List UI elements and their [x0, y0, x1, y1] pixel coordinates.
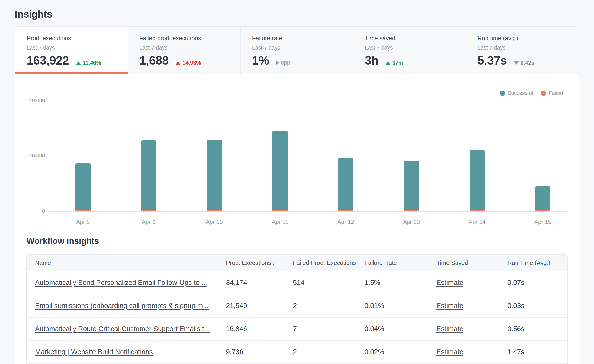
trend-up-icon [176, 61, 180, 65]
column-header-failed-prod-executions[interactable]: Failed Prod. Executions [293, 259, 364, 266]
metric-period: Last 7 days [139, 45, 240, 51]
metric-card-time-saved[interactable]: Time saved Last 7 days 3h 37m [353, 27, 466, 74]
failed-executions-value: 514 [293, 279, 364, 287]
bar-apr-15[interactable] [535, 186, 550, 211]
estimate-link[interactable]: Estimate [436, 279, 463, 286]
legend-item-failed[interactable]: Failed [541, 90, 563, 96]
metric-label: Run time (avg.) [477, 35, 579, 42]
metric-delta: 37m [386, 60, 403, 66]
trend-up-icon [76, 61, 81, 65]
table-header-row: Name Prod. Executions↓ Failed Prod. Exec… [27, 255, 567, 271]
metric-period: Last 7 days [477, 45, 579, 51]
bar-apr-12[interactable] [338, 158, 353, 211]
failed-swatch-icon [541, 91, 546, 96]
bar-failed-segment [141, 210, 156, 211]
active-card-underline [15, 73, 128, 74]
bar-apr-11[interactable] [272, 131, 288, 211]
legend-item-successful[interactable]: Successful [500, 90, 533, 96]
metric-period: Last 7 days [252, 45, 353, 51]
chart-legend: Successful Failed [500, 90, 563, 96]
y-axis-label: 0 [15, 208, 45, 214]
workflow-name-link[interactable]: Automatically Send Personalized Email Fo… [35, 279, 207, 286]
table-row: Marketing | Website Build Notifications … [27, 341, 567, 364]
failure-rate-value: 1.5% [364, 279, 436, 287]
bar-apr-8[interactable] [75, 163, 91, 211]
metric-value: 1,688 [139, 53, 169, 67]
metric-card-failure-rate[interactable]: Failure rate Last 7 days 1% 0pp [241, 27, 353, 74]
y-axis-label: 20,000 [15, 153, 45, 159]
metric-card-failed-prod-executions[interactable]: Failed prod. executions Last 7 days 1,68… [128, 27, 241, 74]
page-title: Insights [15, 9, 594, 20]
prod-executions-value: 16,846 [226, 325, 293, 333]
metric-label: Failed prod. executions [139, 35, 240, 42]
x-axis-label: Apr 13 [392, 219, 431, 225]
x-axis-label: Apr 10 [195, 219, 233, 225]
table-row: Automatically Send Personalized Email Fo… [27, 271, 567, 294]
prod-executions-value: 34,174 [226, 279, 293, 287]
bar-failed-segment [470, 210, 485, 211]
bar-failed-segment [272, 210, 288, 211]
workflow-name-link[interactable]: Email sumissions (onboarding call prompt… [35, 302, 209, 310]
workflow-insights-table: Name Prod. Executions↓ Failed Prod. Exec… [27, 254, 567, 364]
run-time-value: 0.56s [507, 325, 567, 333]
bar-failed-segment [338, 210, 353, 211]
failed-executions-value: 7 [293, 325, 364, 333]
y-axis-label: 40,000 [15, 97, 45, 104]
trend-up-icon [386, 61, 391, 65]
metric-label: Prod. executions [27, 35, 128, 42]
workflow-insights-heading: Workflow insights [27, 236, 567, 246]
metric-value: 163,922 [27, 53, 69, 67]
column-header-time-saved[interactable]: Time Saved [436, 259, 507, 266]
x-axis-label: Apr 12 [327, 219, 365, 225]
insights-page: Insights Prod. executions Last 7 days 16… [0, 9, 594, 364]
workflow-name-link[interactable]: Automatically Route Critical Customer Su… [35, 325, 210, 332]
metric-delta: 14.93% [176, 60, 201, 66]
workflow-name-link[interactable]: Marketing | Website Build Notifications [35, 348, 153, 356]
metric-delta: 0.42s [514, 60, 534, 66]
metric-label: Time saved [365, 35, 466, 42]
column-header-name[interactable]: Name [27, 259, 226, 266]
executions-bar-chart: Successful Failed 020,00040,000Apr 8Apr … [15, 74, 579, 233]
column-header-prod-executions[interactable]: Prod. Executions↓ [226, 259, 293, 266]
run-time-value: 0.03s [507, 302, 567, 310]
metric-label: Failure rate [252, 35, 353, 42]
x-axis-label: Apr 15 [524, 219, 562, 225]
failure-rate-value: 0.04% [364, 325, 436, 333]
bar-failed-segment [75, 210, 91, 211]
column-header-failure-rate[interactable]: Failure Rate [364, 259, 436, 266]
metric-value: 3h [365, 53, 378, 67]
bar-failed-segment [535, 210, 550, 211]
gridline [47, 156, 567, 156]
sort-desc-icon: ↓ [272, 259, 275, 266]
metric-cards-row: Prod. executions Last 7 days 163,922 11.… [15, 27, 579, 74]
run-time-value: 1.47s [507, 348, 567, 356]
metric-delta: 0pp [276, 60, 290, 66]
estimate-link[interactable]: Estimate [436, 302, 463, 310]
metric-delta: 11.46% [76, 60, 101, 66]
table-row: Email sumissions (onboarding call prompt… [27, 294, 567, 318]
estimate-link[interactable]: Estimate [436, 348, 463, 356]
x-axis-label: Apr 14 [458, 219, 496, 225]
estimate-link[interactable]: Estimate [436, 325, 463, 332]
metric-period: Last 7 days [365, 45, 466, 51]
bar-apr-14[interactable] [470, 150, 485, 211]
column-header-run-time[interactable]: Run Time (Avg.) [507, 259, 567, 266]
run-time-value: 0.07s [507, 279, 567, 287]
trend-flat-icon [276, 61, 279, 65]
metric-card-prod-executions[interactable]: Prod. executions Last 7 days 163,922 11.… [15, 27, 128, 74]
table-row: Automatically Route Critical Customer Su… [27, 318, 567, 341]
metric-period: Last 7 days [27, 45, 128, 51]
failed-executions-value: 2 [293, 348, 364, 356]
bar-apr-10[interactable] [207, 139, 222, 211]
x-axis-label: Apr 8 [64, 219, 102, 225]
bar-failed-segment [207, 210, 222, 211]
metric-value: 1% [252, 53, 269, 67]
bar-apr-13[interactable] [404, 161, 419, 211]
prod-executions-value: 9,736 [226, 348, 293, 356]
failure-rate-value: 0.02% [364, 348, 436, 356]
metric-card-run-time[interactable]: Run time (avg.) Last 7 days 5.37s 0.42s [466, 27, 579, 74]
prod-executions-value: 21,549 [226, 302, 293, 310]
gridline [47, 211, 567, 212]
workflow-insights-section: Workflow insights Name Prod. Executions↓… [15, 233, 579, 364]
bar-apr-9[interactable] [141, 140, 156, 211]
